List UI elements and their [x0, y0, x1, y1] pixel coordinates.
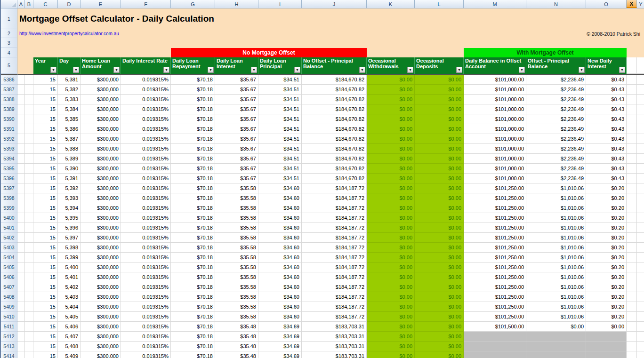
cell[interactable]	[637, 253, 644, 263]
cell[interactable]: $0.00	[415, 243, 464, 253]
cell[interactable]: $183,703.31	[302, 351, 367, 358]
cell[interactable]: $101,250.00	[464, 312, 526, 322]
cell[interactable]: $70.18	[171, 312, 215, 322]
filter-dropdown-button[interactable]: ▼	[456, 67, 462, 73]
cell[interactable]	[25, 272, 33, 282]
cell[interactable]: $34.60	[258, 243, 302, 253]
cell[interactable]: $70.18	[171, 292, 215, 302]
cell[interactable]: $35.58	[215, 312, 258, 322]
cell[interactable]: $300,000	[80, 253, 121, 263]
cell[interactable]: 15	[33, 104, 58, 114]
column-header-J[interactable]: J	[302, 0, 367, 8]
cell[interactable]: $101,250.00	[464, 203, 526, 213]
cell[interactable]: $300,000	[80, 312, 121, 322]
cell[interactable]	[586, 351, 627, 358]
cell[interactable]	[637, 57, 644, 74]
cell[interactable]: $34.60	[258, 292, 302, 302]
cell[interactable]: $0.43	[586, 95, 627, 104]
cell[interactable]: $300,000	[80, 282, 121, 292]
row-header-5407[interactable]: 5407	[1, 282, 17, 292]
cell[interactable]: $300,000	[80, 75, 121, 85]
cell[interactable]: 15	[33, 114, 58, 124]
column-header-N[interactable]: N	[526, 0, 586, 8]
cell[interactable]: $0.00	[367, 342, 415, 351]
column-header-Y[interactable]: Y	[637, 0, 644, 8]
cell[interactable]: $35.58	[215, 223, 258, 233]
cell[interactable]: $35.67	[215, 144, 258, 154]
cell[interactable]: $101,000.00	[464, 174, 526, 183]
column-filter-header-F[interactable]: Daily Interest Rate▼	[121, 57, 171, 74]
cell[interactable]	[25, 144, 33, 154]
cell[interactable]	[17, 312, 25, 322]
cell[interactable]: $184,187.72	[302, 183, 367, 193]
cell[interactable]: 0.019315%	[121, 282, 171, 292]
cell[interactable]: $1,010.06	[526, 312, 586, 322]
cell[interactable]: $1,010.06	[526, 183, 586, 193]
cell[interactable]: $300,000	[80, 183, 121, 193]
cell[interactable]: $34.60	[258, 312, 302, 322]
column-filter-header-M[interactable]: Daily Balance in Offset Account▼	[464, 57, 526, 74]
row-header-5401[interactable]: 5401	[1, 223, 17, 233]
cell[interactable]: $0.43	[586, 134, 627, 144]
cell[interactable]: 0.019315%	[121, 114, 171, 124]
cell[interactable]: $35.48	[215, 332, 258, 342]
cell[interactable]	[637, 174, 644, 183]
cell[interactable]: 0.019315%	[121, 183, 171, 193]
cell[interactable]	[627, 322, 637, 332]
cell[interactable]: $101,500.00	[464, 322, 526, 332]
cell[interactable]	[637, 223, 644, 233]
row-header-5406[interactable]: 5406	[1, 272, 17, 282]
cell[interactable]: $184,187.72	[302, 302, 367, 312]
cell[interactable]	[637, 104, 644, 114]
cell[interactable]: $0.20	[586, 263, 627, 272]
cell[interactable]: $34.60	[258, 223, 302, 233]
cell[interactable]: $300,000	[80, 351, 121, 358]
cell[interactable]: $70.18	[171, 351, 215, 358]
with-mortgage-offset-banner[interactable]: With Mortgage Offset	[464, 48, 627, 57]
cell[interactable]	[627, 95, 637, 104]
filter-dropdown-button[interactable]: ▼	[407, 67, 413, 73]
cell[interactable]: $300,000	[80, 164, 121, 174]
cell[interactable]	[25, 322, 33, 332]
cell[interactable]: $70.18	[171, 183, 215, 193]
cell[interactable]: $184,187.72	[302, 243, 367, 253]
cell[interactable]: $70.18	[171, 85, 215, 95]
cell[interactable]: $35.58	[215, 213, 258, 223]
cell[interactable]: $2,236.49	[526, 144, 586, 154]
cell[interactable]: $35.58	[215, 282, 258, 292]
cell[interactable]	[637, 154, 644, 164]
column-header-M[interactable]: M	[464, 0, 526, 8]
cell[interactable]	[637, 282, 644, 292]
cell[interactable]	[17, 124, 25, 134]
cell[interactable]: 0.019315%	[121, 75, 171, 85]
cell[interactable]	[25, 203, 33, 213]
cell[interactable]: $0.00	[367, 302, 415, 312]
cell[interactable]: 5,401	[58, 272, 80, 282]
cell[interactable]: $0.00	[415, 95, 464, 104]
cell[interactable]: $70.18	[171, 332, 215, 342]
cell[interactable]: $0.00	[367, 114, 415, 124]
cell[interactable]: $101,250.00	[464, 223, 526, 233]
cell[interactable]: 15	[33, 292, 58, 302]
cell[interactable]: $300,000	[80, 302, 121, 312]
cell[interactable]: $34.51	[258, 114, 302, 124]
filter-dropdown-button[interactable]: ▼	[519, 67, 525, 73]
cell[interactable]	[17, 213, 25, 223]
cell[interactable]	[25, 104, 33, 114]
cell[interactable]	[627, 144, 637, 154]
cell[interactable]	[637, 164, 644, 174]
cell[interactable]: 15	[33, 183, 58, 193]
cell[interactable]	[25, 263, 33, 272]
cell[interactable]: 15	[33, 223, 58, 233]
cell[interactable]	[25, 183, 33, 193]
cell[interactable]	[17, 75, 25, 85]
cell[interactable]: $183,703.31	[302, 342, 367, 351]
cell[interactable]	[17, 263, 25, 272]
cell[interactable]: 5,381	[58, 75, 80, 85]
cell[interactable]: $184,187.72	[302, 213, 367, 223]
cell[interactable]: $34.60	[258, 183, 302, 193]
cell[interactable]: $300,000	[80, 114, 121, 124]
row-header-1[interactable]: 1	[1, 8, 17, 29]
row-header-5414[interactable]: 5414	[1, 351, 17, 358]
cell[interactable]	[25, 174, 33, 183]
